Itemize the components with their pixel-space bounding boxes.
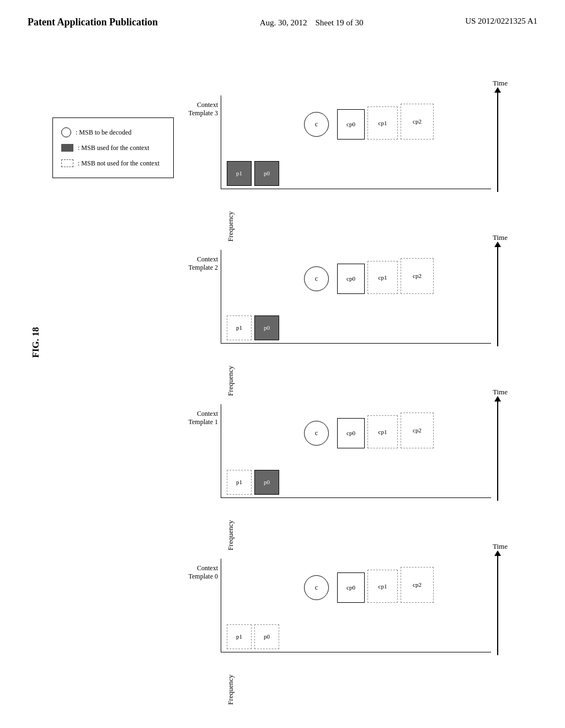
cell-c-t3: c: [304, 112, 329, 137]
pub-date: Aug. 30, 2012: [260, 18, 307, 27]
patent-number: US 2012/0221325 A1: [465, 17, 537, 26]
chart-template-1: ContextTemplate 1 Time p1 p0 c cp0 cp1 c…: [188, 393, 508, 526]
time-arrow-3: [492, 87, 503, 192]
time-label-2: Time: [493, 233, 508, 242]
time-arrowhead-0: [494, 550, 501, 556]
time-arrowhead-1: [494, 396, 501, 402]
freq-label-1: Frequency: [226, 520, 235, 550]
cell-cp1-t2: cp1: [367, 261, 398, 294]
legend-item-msb-used: : MSB used for the context: [61, 141, 165, 154]
freq-label-2: Frequency: [226, 366, 235, 396]
cell-p0-t2: p0: [254, 315, 279, 340]
ct-label-0: ContextTemplate 0: [188, 564, 218, 581]
time-line-1: [497, 402, 498, 501]
chart-template-0: ContextTemplate 0 Time p1 p0 c cp0 cp1 c…: [188, 548, 508, 680]
chart-frame-2: Time p1 p0 c cp0 cp1 cp2: [221, 250, 491, 344]
time-label-0: Time: [493, 542, 508, 551]
cell-cp2-t1: cp2: [401, 413, 434, 448]
legend-circle-icon: [61, 127, 71, 137]
publication-info: Aug. 30, 2012 Sheet 19 of 30: [260, 17, 364, 29]
cell-p1-t1: p1: [227, 470, 252, 495]
cell-cp0-t2: cp0: [337, 264, 365, 294]
cell-p1-t0: p1: [227, 624, 252, 649]
figure-label: FIG. 18: [30, 327, 41, 358]
legend-solid-icon: [61, 144, 73, 152]
chart-template-3: ContextTemplate 3 Time p1 p0 c cp0 cp1: [188, 84, 508, 217]
time-label-1: Time: [493, 388, 508, 397]
cell-c-t0: c: [304, 575, 329, 600]
time-label-3: Time: [493, 79, 508, 88]
publication-title: Patent Application Publication: [28, 17, 158, 28]
legend-dashed-icon: [61, 159, 73, 167]
cell-p0-t3: p0: [254, 161, 279, 186]
chart-template-2: ContextTemplate 2 Time p1 p0 c cp0 cp1 c…: [188, 239, 508, 371]
cell-cp2-t0: cp2: [401, 567, 434, 603]
time-arrow-0: [492, 550, 503, 655]
chart-frame-3: Time p1 p0 c cp0 cp1 cp2: [221, 95, 491, 189]
ct-label-3: ContextTemplate 3: [188, 101, 218, 118]
cell-cp2-t2: cp2: [401, 258, 434, 294]
ct-label-2: ContextTemplate 2: [188, 255, 218, 272]
time-arrow-2: [492, 242, 503, 346]
cell-c-t1: c: [304, 421, 329, 446]
cell-cp1-t0: cp1: [367, 570, 398, 603]
ct-label-1: ContextTemplate 1: [188, 410, 218, 427]
cell-cp0-t3: cp0: [337, 109, 365, 140]
cell-p0-t1: p0: [254, 470, 279, 495]
legend-item-msb-notused: : MSB not used for the context: [61, 157, 165, 170]
cell-cp0-t0: cp0: [337, 572, 365, 603]
time-arrowhead-3: [494, 87, 501, 93]
time-line-2: [497, 247, 498, 346]
time-line-3: [497, 93, 498, 192]
time-line-0: [497, 556, 498, 655]
cell-p1-t3: p1: [227, 161, 252, 186]
legend-msb-decode-text: : MSB to be decoded: [76, 126, 131, 139]
legend-box: : MSB to be decoded : MSB used for the c…: [52, 117, 174, 178]
cell-cp1-t1: cp1: [367, 415, 398, 448]
freq-label-0: Frequency: [226, 675, 235, 705]
sheet-info: Sheet 19 of 30: [315, 18, 363, 27]
cell-p0-t0: p0: [254, 624, 279, 649]
legend-msb-used-text: : MSB used for the context: [78, 141, 150, 154]
cell-cp2-t3: cp2: [401, 104, 434, 140]
cell-cp1-t3: cp1: [367, 106, 398, 140]
cell-cp0-t1: cp0: [337, 418, 365, 448]
time-arrowhead-2: [494, 242, 501, 247]
freq-label-3: Frequency: [226, 211, 235, 242]
legend-item-msb-decode: : MSB to be decoded: [61, 126, 165, 139]
time-arrow-1: [492, 396, 503, 501]
cell-p1-t2: p1: [227, 315, 252, 340]
main-content: FIG. 18 : MSB to be decoded : MSB used f…: [0, 40, 565, 724]
chart-frame-1: Time p1 p0 c cp0 cp1 cp2: [221, 404, 491, 498]
cell-c-t2: c: [304, 266, 329, 291]
chart-frame-0: Time p1 p0 c cp0 cp1 cp2: [221, 559, 491, 652]
charts-area: ContextTemplate 3 Time p1 p0 c cp0 cp1: [188, 84, 535, 729]
legend-msb-notused-text: : MSB not used for the context: [78, 157, 159, 170]
page-header: Patent Application Publication Aug. 30, …: [0, 0, 565, 29]
